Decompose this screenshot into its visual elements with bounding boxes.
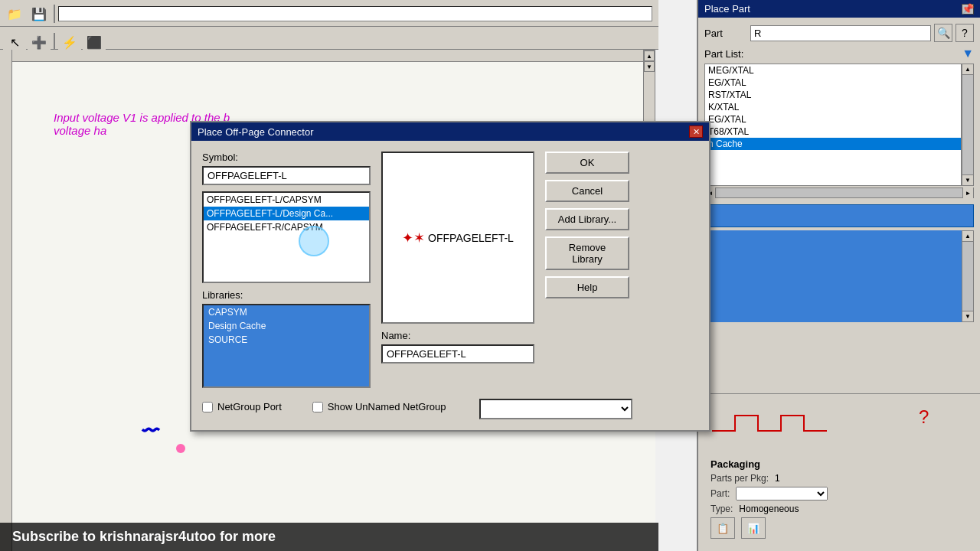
preview-symbol: ✦✶ OFFPAGELEFT-L [402, 230, 514, 246]
dialog-title: Place Off-Page Connector [198, 126, 314, 138]
part-label: Part [704, 28, 750, 39]
cancel-button[interactable]: Cancel [545, 180, 629, 202]
part-list-item[interactable]: K/XTAL [705, 101, 961, 113]
part-region-scrollbar[interactable]: ▲ ▼ [962, 230, 974, 322]
netgroup-port-checkbox[interactable] [202, 402, 213, 412]
symbol-input[interactable] [202, 166, 371, 185]
filter-icon[interactable]: ▼ [962, 47, 974, 60]
svg-text:?: ? [919, 406, 929, 427]
symbol-item-selected[interactable]: OFFPAGELEFT-L/Design Ca... [204, 207, 369, 220]
pkg-type-label: Type: [710, 504, 733, 514]
pkg-type-value: Homogeneous [739, 504, 799, 514]
toolbar-btn-1[interactable]: 📁 [3, 3, 26, 24]
name-input[interactable] [381, 344, 534, 364]
preview-symbol-name: OFFPAGELEFT-L [428, 232, 514, 244]
waveform-area: ? [704, 400, 974, 446]
part-list-hscrollbar[interactable]: ◄ ► [704, 187, 974, 198]
dialog-titlebar: Place Off-Page Connector ✕ [191, 122, 709, 141]
preview-symbol-icon: ✦✶ [402, 230, 425, 246]
place-part-panel: Place Part 📌 Part 🔍 ? Part List: ▼ MEG/X… [697, 0, 980, 551]
part-list-scrollbar[interactable]: ▲ ▼ [962, 64, 974, 186]
show-unnamed-label: Show UnNamed NetGroup [328, 401, 446, 412]
part-scroll-up[interactable]: ▲ [962, 64, 973, 75]
preview-box: ✦✶ OFFPAGELEFT-L [381, 152, 534, 324]
libraries-list[interactable]: CAPSYM Design Cache SOURCE [202, 304, 371, 388]
ok-button[interactable]: OK [545, 152, 629, 174]
symbol-list[interactable]: OFFPAGELEFT-L/CAPSYM OFFPAGELEFT-L/Desig… [202, 191, 371, 283]
add-library-button[interactable]: Add Library... [545, 208, 629, 230]
place-part-pin-btn[interactable]: 📌 [962, 4, 974, 15]
part-list-label: Part List: [704, 48, 743, 60]
add-part-icon[interactable]: 🔍 [934, 24, 952, 42]
part-scroll-down[interactable]: ▼ [962, 174, 973, 185]
part-list-item[interactable]: T68/XTAL [705, 126, 961, 138]
lib-item-source[interactable]: SOURCE [204, 333, 369, 347]
libraries-label: Libraries: [202, 289, 371, 301]
dialog-close-btn[interactable]: ✕ [689, 126, 703, 138]
name-label: Name: [381, 330, 534, 341]
part-scroll-content: ▲ ▼ [704, 230, 974, 322]
help-part-icon[interactable]: ? [956, 24, 974, 42]
part-list-item[interactable]: MEG/XTAL [705, 64, 961, 77]
part-list-item[interactable]: RST/XTAL [705, 89, 961, 101]
part-detail-box [704, 204, 974, 227]
symbol-item[interactable]: OFFPAGELEFT-R/CAPSYM [204, 220, 369, 234]
packaging-section: ? Packaging Parts per Pkg: 1 Part: Type:… [698, 393, 980, 551]
place-part-titlebar: Place Part 📌 [698, 0, 980, 18]
hscroll-right[interactable]: ► [962, 187, 973, 198]
netgroup-dropdown[interactable] [479, 399, 632, 419]
pkg-icon-2[interactable]: 📊 [741, 517, 766, 539]
help-button[interactable]: Help [545, 276, 629, 298]
part-list-item[interactable]: EG/XTAL [705, 77, 961, 89]
schematic-resistor: ⌇ [139, 425, 164, 435]
toolbar-btn-2[interactable]: 💾 [28, 3, 51, 24]
packaging-title: Packaging [710, 458, 968, 470]
part-list[interactable]: MEG/XTAL EG/XTAL RST/XTAL K/XTAL EG/XTAL… [704, 64, 962, 186]
scroll-up[interactable]: ▲ [644, 51, 655, 61]
pkg-part-select[interactable] [736, 487, 828, 500]
pkg-part-label: Part: [710, 488, 730, 499]
subscribe-text: Subscribe to krishnarajsr4utoo for more [12, 529, 276, 544]
remove-library-button[interactable]: Remove Library [545, 236, 629, 270]
place-offpage-dialog: Place Off-Page Connector ✕ Symbol: OFFPA… [190, 121, 710, 432]
part-scroll-region: ▲ ▼ [704, 230, 974, 322]
netgroup-port-label: NetGroup Port [217, 401, 282, 412]
show-unnamed-checkbox[interactable] [312, 402, 323, 412]
parts-per-pkg-label: Parts per Pkg: [710, 473, 769, 484]
lib-item-design-cache[interactable]: Design Cache [204, 319, 369, 333]
place-part-title: Place Part [704, 3, 750, 15]
part-list-item-selected[interactable]: n Cache [705, 138, 961, 150]
subscribe-banner: Subscribe to krishnarajsr4utoo for more [0, 523, 658, 551]
scroll-down[interactable]: ▼ [644, 61, 655, 72]
top-toolbar: 📁 💾 ↖ ➕ ⚡ ⬛ [0, 0, 658, 50]
pkg-icon-1[interactable]: 📋 [710, 517, 735, 539]
part-list-item[interactable]: EG/XTAL [705, 113, 961, 126]
symbol-label: Symbol: [202, 152, 371, 163]
region-scroll-up[interactable]: ▲ [962, 231, 973, 242]
schematic-node [176, 444, 185, 453]
part-input[interactable] [750, 25, 931, 41]
parts-per-pkg-value: 1 [775, 473, 780, 484]
lib-item-capsym[interactable]: CAPSYM [204, 305, 369, 319]
symbol-item[interactable]: OFFPAGELEFT-L/CAPSYM [204, 193, 369, 207]
region-scroll-down[interactable]: ▼ [962, 311, 973, 321]
